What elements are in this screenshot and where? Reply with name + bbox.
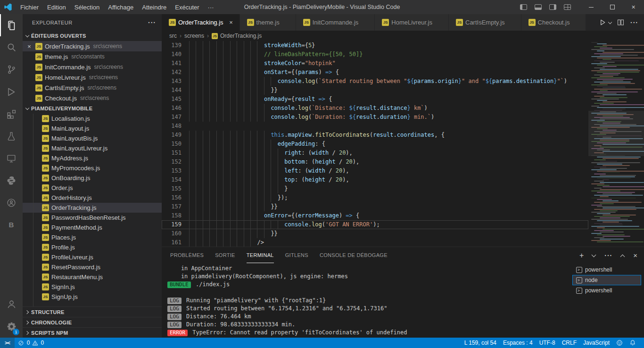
activity-item-explorer[interactable] — [0, 14, 23, 36]
code-line[interactable]: 142onStart={(params) => { — [162, 68, 644, 77]
tree-item-file[interactable]: JSSignUp.js — [23, 292, 162, 302]
activity-item-testing[interactable] — [0, 125, 23, 147]
activity-item-remote-explorer[interactable] — [0, 147, 23, 169]
code-line[interactable]: 154top: (height / 20), — [162, 175, 644, 184]
terminal-instance[interactable]: powershell — [572, 265, 641, 275]
breadcrumb-item[interactable]: src — [169, 33, 177, 39]
open-editor-item[interactable]: JSHomeLivreur.jssrc\screens — [23, 72, 162, 83]
eol-status[interactable]: CRLF — [559, 338, 580, 348]
toggle-secondary-sidebar-icon[interactable] — [549, 4, 556, 10]
code-line[interactable]: 155} — [162, 184, 644, 193]
run-file-icon[interactable] — [599, 19, 611, 26]
editor-tab[interactable]: JSOrderTracking.js× — [162, 14, 240, 31]
code-line[interactable]: 157}} — [162, 202, 644, 211]
code-line[interactable]: 139strokeWidth={5} — [162, 41, 644, 50]
open-editor-item[interactable]: JSCheckout.jssrc\screens — [23, 93, 162, 103]
tree-item-file[interactable]: JSOrderHistory.js — [23, 193, 162, 203]
tree-item-file[interactable]: JSOrderTracking.js — [23, 203, 162, 213]
tree-item-file[interactable]: JSRestaurantMenu.js — [23, 272, 162, 282]
code-line[interactable]: 160}} — [162, 229, 644, 238]
menu-item[interactable]: Affichage — [104, 0, 138, 14]
code-line[interactable]: 141strokeColor="hotpink" — [162, 59, 644, 68]
tree-item-file[interactable]: JSSignIn.js — [23, 282, 162, 292]
split-editor-icon[interactable] — [617, 19, 624, 26]
tree-item-file[interactable]: JSPaymentMethod.js — [23, 223, 162, 232]
code-line[interactable]: 153left: (width / 20), — [162, 166, 644, 175]
toggle-sidebar-icon[interactable] — [520, 4, 527, 10]
open-editor-item[interactable]: JSCartIsEmpty.jssrc\screens — [23, 83, 162, 93]
code-line[interactable]: 147console.log(`Duration: ${result.durat… — [162, 113, 644, 122]
code-line[interactable]: 158onError={(errorMessage) => { — [162, 211, 644, 220]
breadcrumb-item[interactable]: JSOrderTracking.js — [212, 33, 262, 39]
code-line[interactable]: 149this.mapView.fitToCoordinates(result.… — [162, 131, 644, 140]
menu-item[interactable]: Edition — [43, 0, 70, 14]
editor-tab[interactable]: JStheme.js× — [240, 14, 296, 31]
panel-tab[interactable]: CONSOLE DE DÉBOGAGE — [320, 247, 388, 263]
panel-more-icon[interactable]: ··· — [604, 252, 612, 259]
minimap[interactable] — [588, 41, 644, 247]
editor-tab[interactable]: JSHomeLivreur.js× — [375, 14, 449, 31]
close-panel-icon[interactable]: × — [633, 251, 637, 259]
tree-item-file[interactable]: JSMainLayout.js — [23, 124, 162, 133]
section-timeline[interactable]: CHRONOLOGIE — [23, 317, 162, 327]
open-editor-item[interactable]: JSInitCommande.jssrc\screens — [23, 62, 162, 72]
terminal-instance[interactable]: powershell — [572, 285, 641, 296]
feedback-smiley-icon[interactable] — [613, 338, 626, 348]
activity-item-liveshare[interactable] — [0, 191, 23, 214]
toggle-panel-icon[interactable] — [535, 4, 542, 10]
close-tab-icon[interactable]: × — [228, 19, 235, 26]
activity-item-extensions[interactable] — [0, 103, 23, 125]
menu-item[interactable]: Fichier — [16, 0, 43, 14]
language-mode[interactable]: JavaScript — [580, 338, 613, 348]
indentation-status[interactable]: Espaces : 4 — [500, 338, 536, 348]
code-line[interactable]: 148 — [162, 122, 644, 131]
code-line[interactable]: 159console.log('GOT AN ERROR'); — [162, 220, 644, 229]
tree-item-file[interactable]: JSLocalisation.js — [23, 114, 162, 124]
customize-layout-icon[interactable] — [564, 4, 571, 10]
tree-item-file[interactable]: JSOnBoarding.js — [23, 173, 162, 183]
tree-item-file[interactable]: JSProfile.js — [23, 242, 162, 252]
terminal-dropdown-icon[interactable] — [591, 253, 597, 258]
new-terminal-icon[interactable]: + — [579, 251, 584, 260]
code-line[interactable]: 146console.log(`Distance: ${result.dista… — [162, 104, 644, 113]
menu-item[interactable]: Exécuter — [171, 0, 203, 14]
activity-item-extension-b[interactable]: B — [0, 214, 23, 236]
section-structure[interactable]: STRUCTURE — [23, 307, 162, 317]
tree-item-file[interactable]: JSMyPromocodes.js — [23, 163, 162, 173]
code-line[interactable]: 152bottom: (height / 20), — [162, 157, 644, 166]
encoding-status[interactable]: UTF-8 — [536, 338, 559, 348]
minimap-viewport[interactable] — [588, 111, 644, 156]
code-line[interactable]: 150edgePadding: { — [162, 140, 644, 149]
problems-status[interactable]: 0 0 — [15, 338, 47, 348]
editor-tab[interactable]: JSInitCommande.js× — [296, 14, 375, 31]
tree-item-file[interactable]: JSMainLayoutBis.js — [23, 133, 162, 143]
code-line[interactable]: 151right: (width / 20), — [162, 149, 644, 157]
activity-item-source-control[interactable] — [0, 58, 23, 81]
editor-tab[interactable]: JSCheckout.js× — [521, 14, 586, 31]
code-line[interactable]: 140// lineDashPattern={[50, 50]} — [162, 50, 644, 59]
minimize-button[interactable] — [580, 0, 602, 14]
activity-item-run-debug[interactable] — [0, 81, 23, 103]
section-project[interactable]: PIAMDELIVERYMOBILE — [23, 103, 162, 114]
tree-item-file[interactable]: JSPasswordHasBeenReset.js — [23, 213, 162, 223]
code-line[interactable]: 145onReady={result => { — [162, 95, 644, 104]
terminal-output[interactable]: in AppContainer in piamdelivery(RootComp… — [162, 264, 572, 338]
editor-actions-icon[interactable]: ··· — [630, 19, 638, 26]
breadcrumb-item[interactable]: screens — [184, 33, 204, 39]
tree-item-file[interactable]: JSMyAddress.js — [23, 153, 162, 163]
editor-tab[interactable]: JSCartIsEmpty.js× — [449, 14, 521, 31]
activity-item-settings[interactable]: 1 — [0, 315, 23, 338]
section-npm-scripts[interactable]: SCRIPTS NPM — [23, 327, 162, 338]
close-editor-icon[interactable]: × — [25, 43, 33, 50]
panel-tab[interactable]: TERMINAL — [247, 247, 274, 263]
tree-item-file[interactable]: JSOrder.js — [23, 183, 162, 193]
code-editor[interactable]: 139strokeWidth={5}140// lineDashPattern=… — [162, 41, 644, 247]
open-editor-item[interactable]: ×JSOrderTracking.jssrc\screens — [23, 41, 162, 51]
tree-item-file[interactable]: JSProfileLivreur.js — [23, 252, 162, 262]
tree-item-file[interactable]: JSResetPassword.js — [23, 262, 162, 272]
panel-tab[interactable]: GITLENS — [285, 247, 308, 263]
remote-indicator[interactable]: >< — [0, 338, 15, 348]
tree-item-file[interactable]: JSMainLayoutLivreur.js — [23, 143, 162, 153]
activity-item-account[interactable] — [0, 293, 23, 315]
activity-item-search[interactable] — [0, 36, 23, 58]
